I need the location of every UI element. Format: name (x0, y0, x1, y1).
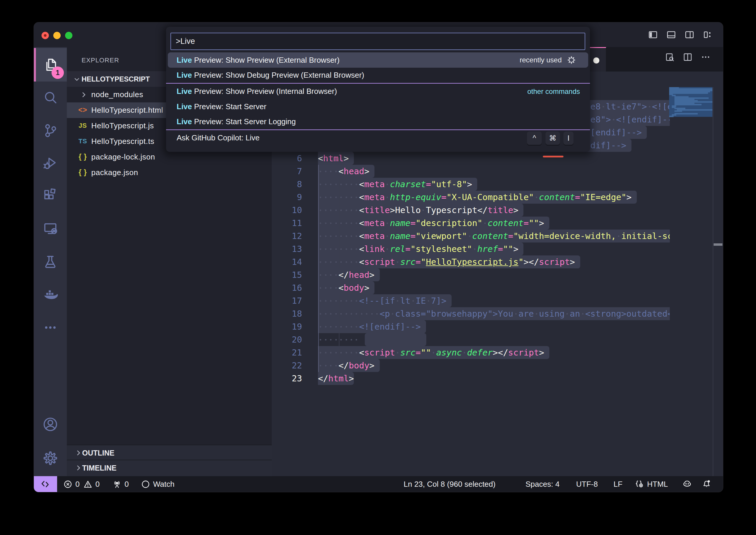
minimap-line (669, 116, 674, 117)
code-line-8: <meta charset="utf-8"> (318, 178, 472, 191)
activity-item-source-control[interactable] (34, 114, 67, 147)
line-number-11: 11 (272, 216, 302, 230)
section-timeline[interactable]: TIMELINE (67, 460, 272, 476)
js-file-icon: JS (76, 122, 89, 129)
keybinding-key: ^ (527, 131, 542, 145)
whitespace-dot (351, 339, 352, 341)
status-copilot[interactable] (682, 476, 692, 492)
minimap[interactable] (701, 87, 723, 476)
traffic-light-zoom-icon[interactable] (65, 32, 73, 39)
activity-item-manage[interactable] (34, 442, 67, 475)
activity-item-accounts[interactable] (34, 408, 67, 441)
palette-item-live-preview-show-debug-preview-external[interactable]: Live Preview: Show Debug Preview (Extern… (168, 68, 588, 83)
code-line-7: <head> (318, 165, 369, 178)
status-warnings[interactable]: 0 (83, 476, 100, 492)
section-label: TIMELINE (82, 464, 117, 472)
palette-item-ask-github-copilot-live[interactable]: Ask GitHub Copilot: Live^⌘I (168, 130, 588, 146)
toggle-secondary-sidebar-icon[interactable] (684, 29, 695, 41)
activity-item-run-and-debug[interactable] (34, 147, 67, 180)
status-lf[interactable]: LF (614, 476, 622, 492)
tree-item-label: HelloTypescript.ts (91, 137, 154, 146)
tree-item-label: node_modules (91, 90, 143, 99)
chevron-right-icon (74, 464, 82, 472)
status-ln-23-col-8-960-selected[interactable]: Ln 23, Col 8 (960 selected) (404, 476, 495, 492)
activity-item-additional-views[interactable] (34, 311, 67, 344)
tree-item-package-json[interactable]: { }package.json (67, 165, 272, 181)
command-palette-input[interactable]: >Live (170, 33, 585, 50)
configure-keybinding-gear-icon[interactable] (567, 55, 576, 67)
palette-item-live-preview-start-server-logging[interactable]: Live Preview: Start Server Logging (168, 114, 588, 129)
status-label: LF (614, 480, 622, 489)
code-line-14: <script src="HelloTypescript.js"></scrip… (318, 255, 575, 268)
toggle-primary-sidebar-icon[interactable] (648, 29, 658, 41)
open-preview-icon[interactable] (664, 52, 675, 64)
code-line-12: <meta name="viewport" content="width=dev… (318, 230, 670, 242)
code-line-10: <title>Hello Typescript</title> (318, 204, 518, 216)
line-number-6: 6 (272, 152, 302, 165)
errors-icon (63, 479, 73, 489)
more-actions-icon[interactable] (700, 52, 711, 64)
traffic-light-close-icon[interactable] (42, 32, 49, 39)
line-number-8: 8 (272, 178, 302, 191)
status-spaces-4[interactable]: Spaces: 4 (526, 476, 560, 492)
minimap-line (675, 110, 682, 112)
json-file-icon: { } (76, 153, 89, 161)
json-file-icon: { } (76, 168, 89, 177)
status-html[interactable]: HTML (634, 476, 668, 492)
tree-item-label: HelloTypescript.html (91, 106, 163, 115)
activity-item-testing[interactable] (34, 245, 67, 278)
chevron-down-icon (73, 76, 80, 83)
status-errors[interactable]: 0 (63, 476, 79, 492)
palette-item-label: Live Preview: Show Preview (Internal Bro… (177, 87, 337, 96)
tree-item-label: HelloTypescript.js (91, 121, 154, 130)
chevron-right-icon (80, 91, 87, 99)
activity-item-search[interactable] (34, 81, 67, 114)
line-number-14: 14 (272, 255, 302, 268)
traffic-light-minimize-icon[interactable] (53, 32, 61, 39)
minimap-line (677, 109, 712, 111)
activity-item-remote-explorer[interactable] (34, 212, 67, 245)
code-line-23: </html> (318, 372, 354, 385)
palette-item-label: Live Preview: Start Server (177, 102, 266, 111)
copilot-icon (682, 479, 692, 489)
customize-layout-icon[interactable] (703, 29, 713, 41)
line-number-18: 18 (272, 307, 302, 320)
section-label: OUTLINE (82, 449, 114, 457)
ports-icon (112, 479, 122, 489)
palette-other-commands-link[interactable]: other commands (527, 87, 580, 96)
palette-item-live-preview-show-preview-external-brows[interactable]: Live Preview: Show Preview (External Bro… (168, 52, 588, 68)
split-editor-icon[interactable] (683, 52, 693, 64)
watch-icon (141, 479, 150, 489)
minimap-divider (713, 87, 713, 476)
status-ports[interactable]: 0 (112, 476, 129, 492)
palette-item-live-preview-start-server[interactable]: Live Preview: Start Server (168, 99, 588, 114)
status-bell-dot[interactable] (702, 476, 712, 492)
palette-item-label: Ask GitHub Copilot: Live (177, 133, 260, 142)
code-line-18: <p class="browsehappy">You are using an … (318, 307, 670, 320)
line-number-17: 17 (272, 294, 302, 307)
status-watch[interactable]: Watch (141, 476, 175, 492)
section-outline[interactable]: OUTLINE (67, 445, 272, 460)
keybinding-key: I (564, 131, 573, 145)
status-utf-8[interactable]: UTF-8 (576, 476, 598, 492)
remote-indicator[interactable] (34, 476, 57, 492)
explorer-title: EXPLORER (81, 57, 119, 64)
palette-item-label: Live Preview: Start Server Logging (177, 117, 296, 126)
minimap-line (675, 104, 702, 105)
whitespace-dot (325, 339, 327, 341)
toggle-panel-icon[interactable] (666, 29, 677, 41)
code-line-19: <![endif]--> (318, 320, 421, 333)
tree-item-label: package-lock.json (91, 153, 155, 161)
code-line-9: <meta http-equiv="X-UA-Compatible" conte… (318, 191, 631, 204)
status-label: Spaces: 4 (526, 480, 560, 489)
command-palette: >Live Live Preview: Show Preview (Extern… (166, 27, 590, 152)
activity-item-extensions[interactable] (34, 179, 67, 212)
line-number-21: 21 (272, 346, 302, 359)
palette-item-live-preview-show-preview-internal-brows[interactable]: Live Preview: Show Preview (Internal Bro… (168, 84, 588, 99)
tab-modified-dot-icon[interactable] (593, 57, 599, 64)
activity-item-docker[interactable] (34, 278, 67, 311)
code-line-13: <link rel="stylesheet" href=""> (318, 242, 518, 255)
activity-item-explorer[interactable]: 1 (34, 48, 67, 81)
line-number-15: 15 (272, 268, 302, 281)
status-label: UTF-8 (576, 480, 598, 489)
